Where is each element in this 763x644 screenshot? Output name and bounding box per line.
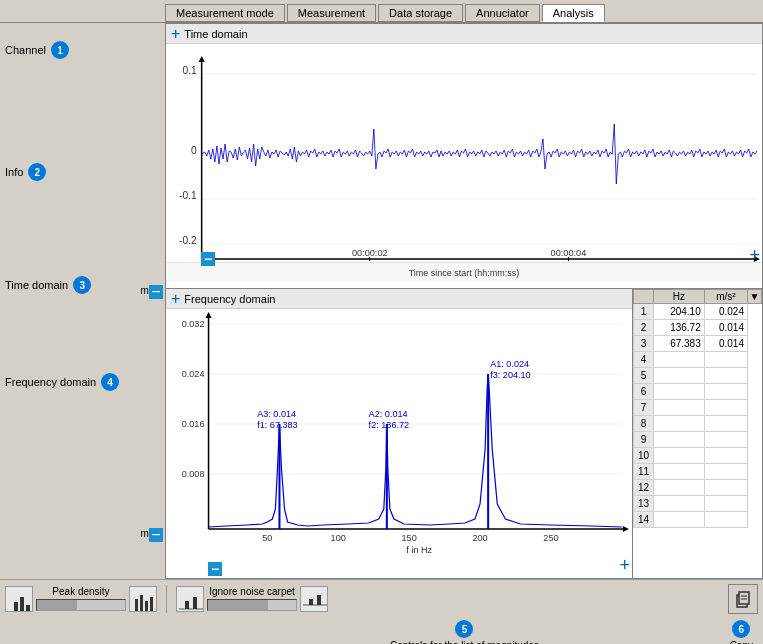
tabs-bar: Measurement mode Measurement Data storag… — [0, 0, 763, 23]
tab-data-storage[interactable]: Data storage — [378, 4, 463, 22]
table-row: 12 — [634, 480, 762, 496]
divider-1 — [166, 585, 167, 613]
copy-label: Copy — [730, 640, 753, 644]
tab-measurement-mode[interactable]: Measurement mode — [165, 4, 285, 22]
ignore-noise-slider[interactable] — [207, 599, 297, 611]
bottom-controls-bar: Peak density Ignore noise carpet — [0, 579, 763, 617]
table-row: 14 — [634, 512, 762, 528]
controls-label: Controls for the list of magnitudes — [390, 640, 539, 644]
svg-text:f3: 204.10: f3: 204.10 — [490, 370, 531, 380]
table-col-hz: Hz — [654, 290, 705, 304]
svg-marker-10 — [199, 56, 205, 62]
svg-text:0.032: 0.032 — [182, 319, 205, 329]
svg-text:0.024: 0.024 — [182, 369, 205, 379]
freq-table: Hz m/s² ▼ 1 204.10 0.024 2 136.72 0.014 … — [632, 289, 762, 578]
info-badge: 2 — [28, 163, 46, 181]
svg-rect-48 — [145, 601, 148, 612]
table-col-ms2: m/s² — [704, 290, 747, 304]
noise-mini-chart-left — [176, 586, 204, 612]
channel-annotation: Channel 1 — [5, 41, 69, 59]
svg-text:A3: 0.014: A3: 0.014 — [257, 409, 296, 419]
svg-text:0: 0 — [191, 145, 197, 156]
table-row: 8 — [634, 416, 762, 432]
svg-text:0.1: 0.1 — [182, 65, 197, 76]
svg-marker-27 — [623, 526, 629, 532]
info-annotation: Info 2 — [5, 163, 46, 181]
table-row: 5 — [634, 368, 762, 384]
svg-text:-0.1: -0.1 — [179, 190, 197, 201]
freq-domain-label: Frequency domain — [5, 376, 96, 388]
svg-text:f1: 67.383: f1: 67.383 — [257, 420, 298, 430]
controls-badge: 5 — [455, 620, 473, 638]
table-row: 11 — [634, 464, 762, 480]
svg-rect-57 — [739, 592, 749, 604]
time-zoom-minus[interactable]: − — [149, 285, 163, 299]
svg-text:100: 100 — [331, 533, 346, 543]
time-chart-plus-btn[interactable]: + — [749, 245, 760, 266]
ignore-noise-label: Ignore noise carpet — [209, 586, 295, 597]
svg-text:A2: 0.014: A2: 0.014 — [369, 409, 408, 419]
freq-zoom-minus[interactable]: − — [149, 528, 163, 542]
time-chart-minus-btn[interactable]: − — [201, 252, 215, 266]
svg-rect-55 — [317, 595, 321, 605]
svg-rect-45 — [26, 605, 30, 612]
svg-rect-49 — [150, 597, 153, 612]
table-row: 7 — [634, 400, 762, 416]
time-chart-x-label: Time since start (hh:mm:ss) — [166, 262, 762, 282]
freq-chart-container: + Frequency domain 0.032 0.024 0.016 0.0… — [166, 289, 632, 578]
freq-chart-plus-icon[interactable]: + — [171, 290, 180, 308]
freq-domain-annotation: Frequency domain 4 — [5, 373, 119, 391]
time-domain-annotation: Time domain 3 — [5, 276, 91, 294]
freq-chart-title: Frequency domain — [184, 293, 275, 305]
svg-text:150: 150 — [402, 533, 417, 543]
table-row: 6 — [634, 384, 762, 400]
svg-text:200: 200 — [472, 533, 487, 543]
info-label: Info — [5, 166, 23, 178]
svg-text:00:00:02: 00:00:02 — [352, 248, 388, 258]
svg-rect-44 — [20, 597, 24, 612]
svg-text:0.008: 0.008 — [182, 469, 205, 479]
svg-rect-51 — [185, 601, 189, 609]
time-chart-container: + Time domain 0.1 0 -0.1 -0.2 — [166, 24, 762, 289]
svg-rect-43 — [14, 602, 18, 612]
channel-badge: 1 — [51, 41, 69, 59]
freq-chart-plus-btn[interactable]: + — [619, 555, 630, 576]
tab-analysis[interactable]: Analysis — [542, 4, 605, 22]
peak-density-label: Peak density — [52, 586, 109, 597]
peak-density-section: Peak density — [5, 586, 157, 612]
peak-density-slider[interactable] — [36, 599, 126, 611]
svg-text:50: 50 — [262, 533, 272, 543]
table-row: 3 67.383 0.014 — [634, 336, 762, 352]
svg-text:-0.2: -0.2 — [179, 235, 197, 246]
svg-rect-54 — [309, 599, 313, 605]
channel-label: Channel — [5, 44, 46, 56]
freq-chart-minus-btn[interactable]: − — [208, 562, 222, 576]
svg-text:250: 250 — [543, 533, 558, 543]
tab-measurement[interactable]: Measurement — [287, 4, 376, 22]
table-row: 1 204.10 0.024 — [634, 304, 762, 320]
svg-text:f in Hz: f in Hz — [406, 545, 432, 554]
svg-text:0.016: 0.016 — [182, 419, 205, 429]
freq-chart-svg: 0.032 0.024 0.016 0.008 — [166, 309, 632, 554]
svg-rect-47 — [140, 595, 143, 612]
noise-mini-chart-right — [300, 586, 328, 612]
copy-badge: 6 — [732, 620, 750, 638]
svg-text:00:00:04: 00:00:04 — [551, 248, 587, 258]
time-chart-title: Time domain — [184, 28, 247, 40]
table-row: 2 136.72 0.014 — [634, 320, 762, 336]
peak-density-mini-chart-right — [129, 586, 157, 612]
peak-density-mini-chart-left — [5, 586, 33, 612]
svg-text:f2: 136.72: f2: 136.72 — [369, 420, 410, 430]
copy-annotation: 6 Copy — [730, 620, 753, 644]
copy-icon — [734, 590, 752, 608]
freq-area: + Frequency domain 0.032 0.024 0.016 0.0… — [166, 289, 762, 578]
time-domain-badge: 3 — [73, 276, 91, 294]
time-chart-plus-icon[interactable]: + — [171, 25, 180, 43]
copy-button[interactable] — [728, 584, 758, 614]
table-row: 9 — [634, 432, 762, 448]
freq-domain-badge: 4 — [101, 373, 119, 391]
time-chart-svg: 0.1 0 -0.1 -0.2 — [166, 44, 762, 262]
svg-text:A1: 0.024: A1: 0.024 — [490, 359, 529, 369]
tab-annuciator[interactable]: Annuciator — [465, 4, 540, 22]
table-row: 10 — [634, 448, 762, 464]
